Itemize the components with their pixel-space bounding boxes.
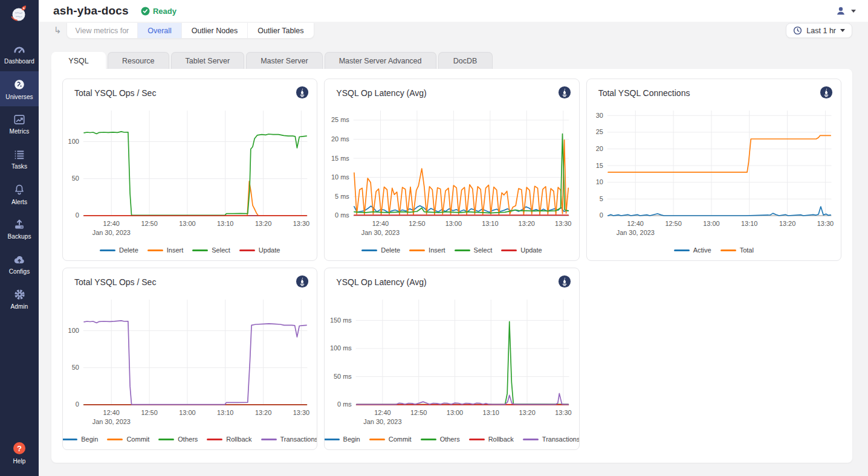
legend-swatch — [192, 249, 208, 251]
legend-label: Active — [693, 246, 711, 254]
sidebar-item-tasks[interactable]: Tasks — [0, 141, 39, 176]
svg-text:12:50: 12:50 — [141, 220, 157, 227]
legend-swatch — [674, 249, 690, 251]
legend-item[interactable]: Rollback — [469, 436, 514, 443]
svg-text:0 ms: 0 ms — [337, 400, 352, 408]
legend-item[interactable]: Active — [674, 246, 711, 254]
legend-item[interactable]: Transactions — [261, 436, 318, 443]
svg-text:13:10: 13:10 — [483, 409, 499, 416]
legend-label: Rollback — [488, 436, 514, 443]
user-menu[interactable] — [835, 5, 856, 17]
legend-item[interactable]: Rollback — [207, 436, 251, 443]
chart-legend: BeginCommitOthersRollbackTransactions — [63, 436, 317, 443]
legend-item[interactable]: Others — [158, 436, 198, 443]
tab-resource[interactable]: Resource — [108, 52, 169, 69]
sidebar-item-alerts[interactable]: Alerts — [0, 176, 39, 211]
sidebar-item-admin[interactable]: Admin — [0, 281, 39, 317]
chevron-down-icon — [840, 29, 845, 32]
legend-label: Others — [440, 436, 460, 443]
chart-plot[interactable]: 12:40Jan 30, 202312:5013:0013:1013:2013:… — [325, 292, 578, 431]
tab-master-server[interactable]: Master Server — [246, 52, 323, 69]
prometheus-link[interactable] — [296, 275, 309, 288]
svg-text:13:00: 13:00 — [179, 220, 195, 227]
sidebar-item-universes[interactable]: Universes — [0, 71, 39, 106]
legend-item[interactable]: Update — [501, 246, 542, 254]
legend-item[interactable]: Update — [239, 246, 280, 254]
legend-swatch — [455, 249, 470, 251]
svg-text:13:30: 13:30 — [293, 220, 309, 227]
legend-label: Total — [740, 246, 754, 254]
svg-text:13:00: 13:00 — [445, 220, 462, 227]
svg-text:25: 25 — [595, 128, 603, 135]
svg-text:Jan 30, 2023: Jan 30, 2023 — [92, 229, 131, 236]
legend-label: Insert — [167, 246, 184, 254]
legend-item[interactable]: Insert — [147, 246, 184, 254]
legend-item[interactable]: Transactions — [523, 436, 580, 443]
sidebar-gap — [0, 28, 39, 36]
svg-text:12:50: 12:50 — [141, 409, 157, 416]
svg-text:0: 0 — [76, 400, 79, 408]
svg-text:13:00: 13:00 — [703, 220, 719, 227]
legend-label: Delete — [119, 246, 138, 254]
sidebar-item-configs[interactable]: Configs — [0, 246, 39, 281]
legend-swatch — [239, 249, 255, 251]
svg-text:12:40: 12:40 — [103, 220, 120, 227]
svg-text:50: 50 — [72, 175, 79, 182]
legend-item[interactable]: Begin — [324, 436, 360, 443]
tab-master-server-advanced[interactable]: Master Server Advanced — [325, 52, 436, 69]
prometheus-link[interactable] — [296, 86, 309, 99]
legend-item[interactable]: Begin — [62, 436, 98, 443]
legend-item[interactable]: Delete — [100, 246, 138, 254]
legend-item[interactable]: Delete — [361, 246, 400, 254]
svg-text:13:10: 13:10 — [217, 409, 233, 416]
tab-ysql[interactable]: YSQL — [51, 52, 106, 69]
svg-text:Jan 30, 2023: Jan 30, 2023 — [616, 229, 654, 236]
status-text: Ready — [153, 7, 177, 16]
chart-plot[interactable]: 12:40Jan 30, 202312:5013:0013:1013:2013:… — [587, 103, 841, 242]
legend-item[interactable]: Commit — [369, 436, 412, 443]
legend-item[interactable]: Commit — [107, 436, 149, 443]
svg-text:Jan 30, 2023: Jan 30, 2023 — [364, 418, 402, 425]
time-range-dropdown[interactable]: Last 1 hr — [786, 23, 852, 38]
chart-plot[interactable]: 12:40Jan 30, 202312:5013:0013:1013:2013:… — [325, 103, 578, 242]
svg-text:13:10: 13:10 — [217, 220, 233, 227]
legend-item[interactable]: Others — [421, 436, 460, 443]
svg-text:0: 0 — [76, 211, 79, 219]
universe-title: ash-yba-docs — [53, 4, 129, 18]
scope-tab-group: View metrics for Overall Outlier Nodes O… — [66, 23, 314, 39]
legend-item[interactable]: Select — [192, 246, 230, 254]
sidebar-item-backups[interactable]: Backups — [0, 211, 39, 246]
sidebar-item-label: Alerts — [11, 199, 27, 205]
chart-plot[interactable]: 12:40Jan 30, 202312:5013:0013:1013:2013:… — [63, 103, 317, 242]
app-root: Dashboard Universes Metrics Tasks — [0, 0, 868, 476]
legend-swatch — [523, 439, 539, 440]
prometheus-link[interactable] — [820, 86, 833, 99]
chart-plot[interactable]: 12:40Jan 30, 202312:5013:0013:1013:2013:… — [63, 292, 317, 431]
svg-text:13:00: 13:00 — [447, 409, 463, 416]
prometheus-link[interactable] — [558, 86, 571, 99]
scope-tab-overall[interactable]: Overall — [137, 23, 181, 38]
legend-item[interactable]: Select — [455, 246, 493, 254]
yugabyte-logo[interactable] — [0, 0, 39, 28]
scope-tab-outlier-nodes[interactable]: Outlier Nodes — [181, 23, 247, 38]
legend-swatch — [62, 439, 77, 440]
sidebar-item-dashboard[interactable]: Dashboard — [0, 36, 39, 71]
scope-tab-outlier-tables[interactable]: Outlier Tables — [247, 23, 313, 38]
tab-tablet-server[interactable]: Tablet Server — [171, 52, 245, 69]
legend-item[interactable]: Insert — [409, 246, 445, 254]
status-badge: Ready — [141, 7, 177, 16]
prometheus-icon — [820, 86, 833, 99]
tab-docdb[interactable]: DocDB — [438, 52, 493, 69]
sidebar-item-help[interactable]: ? Help — [0, 435, 39, 470]
legend-label: Begin — [81, 436, 98, 443]
sidebar-item-metrics[interactable]: Metrics — [0, 106, 39, 141]
svg-text:10: 10 — [595, 178, 603, 185]
prometheus-icon — [558, 275, 571, 288]
legend-swatch — [100, 249, 115, 251]
legend-item[interactable]: Total — [721, 246, 754, 254]
legend-swatch — [421, 439, 436, 440]
charts-panel: Total YSQL Ops / Sec 12:40Jan 30, 202312… — [51, 69, 852, 463]
legend-swatch — [501, 249, 517, 251]
svg-text:15 ms: 15 ms — [331, 155, 349, 162]
prometheus-link[interactable] — [558, 275, 571, 288]
